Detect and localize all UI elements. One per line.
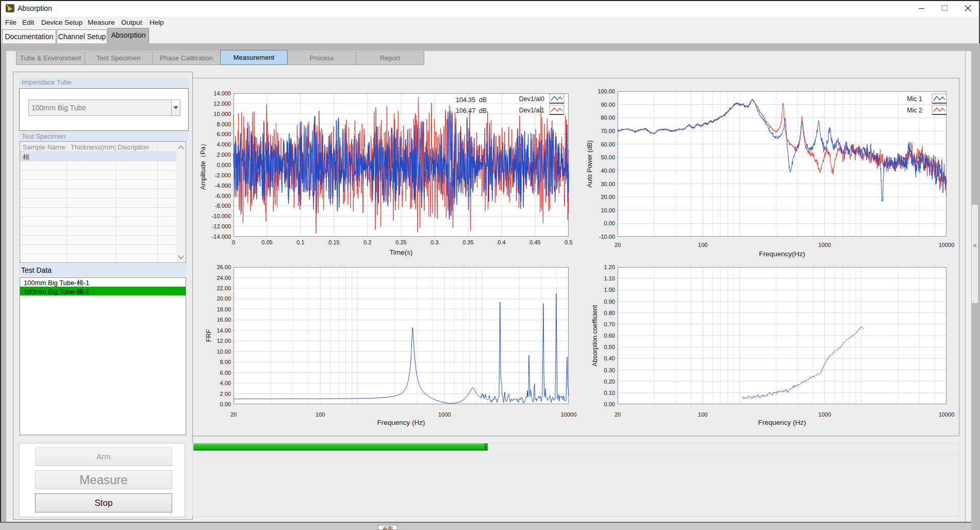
svg-text:0.40: 0.40 bbox=[604, 355, 615, 361]
svg-text:4.00: 4.00 bbox=[220, 380, 231, 386]
svg-text:0.50: 0.50 bbox=[604, 344, 615, 350]
svg-text:0.3: 0.3 bbox=[430, 239, 438, 245]
svg-text:Dev1/ai0: Dev1/ai0 bbox=[519, 95, 544, 103]
svg-text:14.00: 14.00 bbox=[217, 327, 231, 334]
svg-text:20.00: 20.00 bbox=[217, 295, 231, 302]
svg-text:24.00: 24.00 bbox=[217, 275, 231, 281]
svg-text:FRF: FRF bbox=[205, 329, 212, 342]
svg-text:100: 100 bbox=[698, 242, 707, 248]
svg-text:0.45: 0.45 bbox=[529, 239, 540, 245]
svg-text:dB: dB bbox=[479, 96, 487, 104]
svg-text:0.70: 0.70 bbox=[604, 321, 615, 327]
svg-text:Auto Power (dB): Auto Power (dB) bbox=[586, 140, 593, 188]
svg-text:-4.000: -4.000 bbox=[215, 183, 231, 189]
svg-text:0.35: 0.35 bbox=[462, 239, 473, 245]
svg-text:dB: dB bbox=[479, 107, 487, 114]
svg-text:2.00: 2.00 bbox=[220, 391, 231, 397]
svg-text:4.000: 4.000 bbox=[217, 141, 231, 147]
svg-text:Time(s): Time(s) bbox=[389, 249, 412, 256]
svg-text:1000: 1000 bbox=[438, 411, 451, 418]
svg-text:100: 100 bbox=[698, 411, 707, 418]
svg-text:12.00: 12.00 bbox=[217, 338, 231, 344]
svg-text:1.10: 1.10 bbox=[604, 275, 615, 281]
svg-text:0.10: 0.10 bbox=[604, 390, 615, 396]
svg-text:12.000: 12.000 bbox=[213, 101, 231, 107]
svg-text:16.00: 16.00 bbox=[217, 317, 231, 323]
svg-text:0.80: 0.80 bbox=[604, 310, 615, 316]
svg-text:0.00: 0.00 bbox=[604, 401, 615, 407]
svg-text:-14.000: -14.000 bbox=[212, 234, 231, 240]
svg-text:10000: 10000 bbox=[561, 411, 577, 418]
svg-text:22.00: 22.00 bbox=[217, 285, 231, 291]
svg-text:10000: 10000 bbox=[939, 242, 955, 248]
svg-text:10.000: 10.000 bbox=[213, 111, 231, 117]
svg-text:Mic 2: Mic 2 bbox=[907, 107, 922, 114]
svg-text:1000: 1000 bbox=[818, 411, 830, 418]
svg-text:Frequency(Hz): Frequency(Hz) bbox=[759, 250, 805, 258]
svg-text:104.35: 104.35 bbox=[456, 96, 475, 104]
svg-text:20: 20 bbox=[230, 411, 237, 418]
svg-text:0.00: 0.00 bbox=[220, 401, 231, 407]
svg-text:6.00: 6.00 bbox=[220, 370, 231, 376]
svg-text:0.4: 0.4 bbox=[497, 239, 505, 245]
svg-text:0.1: 0.1 bbox=[296, 239, 304, 245]
svg-text:70.00: 70.00 bbox=[601, 128, 615, 134]
svg-text:26.00: 26.00 bbox=[217, 264, 231, 270]
svg-text:1.00: 1.00 bbox=[604, 287, 615, 293]
svg-text:Absorption coefficient: Absorption coefficient bbox=[591, 305, 599, 367]
svg-text:10000: 10000 bbox=[939, 411, 955, 418]
svg-text:80.00: 80.00 bbox=[601, 114, 615, 121]
svg-text:Frequency (Hz): Frequency (Hz) bbox=[377, 419, 425, 426]
svg-text:0.000: 0.000 bbox=[217, 162, 231, 168]
svg-text:0.60: 0.60 bbox=[604, 333, 615, 339]
svg-text:20: 20 bbox=[614, 242, 621, 248]
svg-text:0.00: 0.00 bbox=[604, 220, 615, 226]
svg-text:6.000: 6.000 bbox=[217, 131, 231, 137]
svg-text:20: 20 bbox=[614, 411, 621, 418]
svg-text:90.00: 90.00 bbox=[601, 102, 615, 108]
svg-text:0.25: 0.25 bbox=[395, 239, 406, 245]
svg-text:60.00: 60.00 bbox=[601, 141, 615, 147]
svg-text:0.30: 0.30 bbox=[604, 367, 615, 373]
svg-text:18.00: 18.00 bbox=[217, 306, 231, 312]
svg-text:1.20: 1.20 bbox=[604, 264, 615, 270]
svg-text:0.2: 0.2 bbox=[363, 239, 371, 245]
svg-text:-10.00: -10.00 bbox=[599, 234, 615, 240]
svg-text:8.00: 8.00 bbox=[220, 359, 231, 365]
svg-text:100: 100 bbox=[315, 411, 325, 418]
svg-text:0.15: 0.15 bbox=[328, 239, 339, 245]
svg-text:0: 0 bbox=[232, 239, 235, 245]
svg-text:-10.000: -10.000 bbox=[212, 213, 231, 219]
svg-text:Mic 1: Mic 1 bbox=[907, 95, 922, 103]
svg-text:40.00: 40.00 bbox=[601, 168, 615, 174]
svg-text:-6.000: -6.000 bbox=[215, 193, 231, 199]
svg-text:30.00: 30.00 bbox=[601, 181, 615, 187]
svg-text:Amplitude（Pa）: Amplitude（Pa） bbox=[200, 140, 207, 190]
svg-text:10.00: 10.00 bbox=[217, 349, 231, 355]
svg-text:10.00: 10.00 bbox=[601, 207, 615, 213]
svg-text:8.000: 8.000 bbox=[217, 121, 231, 127]
svg-text:0.20: 0.20 bbox=[604, 378, 615, 385]
svg-text:0.5: 0.5 bbox=[564, 239, 572, 245]
svg-text:0.90: 0.90 bbox=[604, 299, 615, 305]
svg-text:100.00: 100.00 bbox=[597, 88, 615, 94]
svg-text:-12.000: -12.000 bbox=[212, 223, 231, 229]
svg-text:2.000: 2.000 bbox=[217, 152, 231, 158]
svg-text:50.00: 50.00 bbox=[601, 154, 615, 160]
svg-text:Frequency (Hz): Frequency (Hz) bbox=[758, 419, 806, 426]
svg-text:-2.000: -2.000 bbox=[215, 172, 231, 178]
svg-text:Dev1/ai1: Dev1/ai1 bbox=[519, 107, 544, 114]
svg-text:14.000: 14.000 bbox=[213, 90, 231, 96]
svg-text:20.00: 20.00 bbox=[601, 194, 615, 200]
svg-text:106.47: 106.47 bbox=[456, 107, 475, 114]
svg-text:-8.000: -8.000 bbox=[215, 203, 231, 209]
svg-text:1000: 1000 bbox=[818, 242, 830, 248]
svg-text:0.05: 0.05 bbox=[261, 239, 272, 245]
